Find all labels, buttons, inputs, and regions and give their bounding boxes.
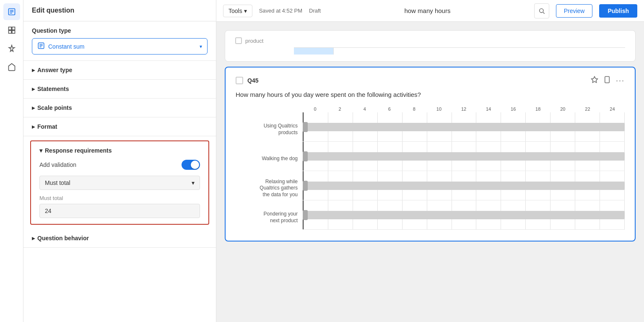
axis-label-22: 22 [575, 106, 600, 112]
question-type-value: Constant sum [48, 43, 196, 50]
statements-section: ▸ Statements [23, 80, 216, 99]
tools-button[interactable]: Tools ▾ [223, 5, 252, 17]
canvas: product Q45 [216, 22, 644, 322]
bar-handle-0[interactable] [303, 122, 308, 132]
axis-label-0: 0 [303, 106, 327, 112]
format-label: Format [37, 123, 57, 130]
star-icon[interactable] [591, 76, 598, 85]
chart-row-0 [303, 112, 625, 142]
format-section: ▸ Format [23, 117, 216, 136]
validation-label: Add validation [39, 161, 76, 168]
chart-row-labels: Using Qualtricsproducts Walking the dog … [236, 106, 303, 232]
publish-button[interactable]: Publish [599, 4, 637, 18]
previous-card-stub: product [225, 30, 636, 62]
answer-type-section: ▸ Answer type [23, 61, 216, 80]
svg-marker-14 [591, 77, 597, 83]
card-header: Q45 ··· [236, 76, 625, 85]
axis-label-14: 14 [476, 106, 501, 112]
validation-toggle[interactable] [182, 160, 200, 170]
survey-icon-btn[interactable] [3, 3, 20, 20]
response-req-label: Response requirements [45, 147, 112, 154]
scale-points-toggle[interactable]: ▸ Scale points [32, 104, 208, 111]
scale-points-section: ▸ Scale points [23, 99, 216, 117]
response-req-wrapper: ▾ Response requirements Add validation M… [23, 136, 216, 229]
statements-toggle[interactable]: ▸ Statements [32, 86, 208, 92]
axis-label-6: 6 [377, 106, 402, 112]
question-text: How many hours of you day were spent on … [236, 91, 625, 98]
svg-point-12 [539, 8, 543, 12]
axis-labels-row: 0 2 4 6 8 10 12 14 16 18 20 22 24 [303, 106, 625, 112]
bar-track-2[interactable] [303, 182, 625, 190]
format-toggle[interactable]: ▸ Format [32, 123, 208, 130]
bar-handle-1[interactable] [303, 151, 308, 161]
top-bar: Tools ▾ Saved at 4:52 PM Draft how many … [216, 0, 644, 22]
paint-icon-btn[interactable] [3, 40, 20, 57]
main-area: Tools ▾ Saved at 4:52 PM Draft how many … [216, 0, 644, 322]
dashboard-icon-btn[interactable] [3, 59, 20, 75]
panel-title: Edit question [23, 0, 216, 21]
mobile-preview-icon[interactable] [603, 76, 611, 85]
chart-container: Using Qualtricsproducts Walking the dog … [236, 106, 625, 232]
question-behavior-toggle[interactable]: ▸ Question behavior [32, 235, 208, 242]
svg-rect-7 [12, 31, 15, 34]
answer-type-arrow: ▸ [32, 67, 35, 73]
statements-arrow: ▸ [32, 86, 35, 92]
response-requirements-section: ▾ Response requirements Add validation M… [30, 140, 209, 225]
svg-rect-5 [12, 27, 15, 30]
axis-label-8: 8 [402, 106, 426, 112]
svg-rect-4 [8, 27, 11, 30]
search-button[interactable] [534, 3, 549, 18]
question-type-icon [37, 42, 45, 51]
must-total-dropdown-label: Must total [45, 179, 70, 186]
answer-type-toggle[interactable]: ▸ Answer type [32, 67, 208, 73]
svg-line-13 [543, 12, 544, 13]
chart-row-3 [303, 200, 625, 230]
tools-label: Tools [229, 8, 242, 14]
chart-label-2: Relaxing whileQualtrics gathersthe data … [236, 174, 298, 203]
question-type-label: Question type [32, 27, 208, 34]
axis-label-16: 16 [501, 106, 526, 112]
question-id: Q45 [247, 77, 591, 84]
must-total-dropdown[interactable]: Must total ▾ [39, 176, 200, 190]
question-behavior-section: ▸ Question behavior [23, 229, 216, 248]
validation-row: Add validation [39, 160, 200, 170]
bar-handle-3[interactable] [303, 210, 308, 220]
card-select-checkbox[interactable] [236, 77, 243, 84]
more-options-icon[interactable]: ··· [616, 76, 625, 85]
chart-row-2 [303, 171, 625, 200]
question-behavior-label: Question behavior [37, 235, 89, 242]
preview-label: Preview [564, 8, 585, 14]
saved-status: Saved at 4:52 PM [259, 8, 302, 14]
axis-label-12: 12 [451, 106, 476, 112]
question-type-section: Question type Constant sum ▾ [23, 21, 216, 61]
must-total-input[interactable] [39, 204, 200, 218]
chart-label-0: Using Qualtricsproducts [236, 115, 298, 144]
response-req-toggle[interactable]: ▾ Response requirements [39, 147, 200, 154]
publish-label: Publish [608, 8, 629, 14]
layout-icon-btn[interactable] [3, 22, 20, 39]
preview-button[interactable]: Preview [556, 4, 593, 18]
format-arrow: ▸ [32, 123, 35, 130]
question-type-dropdown[interactable]: Constant sum ▾ [32, 38, 208, 55]
card-actions: ··· [591, 76, 625, 85]
left-panel: Edit question Question type Constant sum… [23, 0, 216, 322]
scale-points-arrow: ▸ [32, 104, 35, 111]
bar-track-1[interactable] [303, 152, 625, 161]
bar-track-3[interactable] [303, 211, 625, 219]
grid-rows [303, 112, 625, 230]
bar-handle-2[interactable] [303, 181, 308, 191]
chart-grid-area: 0 2 4 6 8 10 12 14 16 18 20 22 24 [303, 106, 625, 232]
answer-type-label: Answer type [37, 67, 72, 73]
bar-track-0[interactable] [303, 123, 625, 131]
survey-title: how many hours [396, 7, 458, 14]
question-behavior-arrow: ▸ [32, 235, 35, 242]
svg-rect-6 [8, 31, 11, 34]
chart-label-1: Walking the dog [236, 144, 298, 174]
chart-row-1 [303, 142, 625, 171]
axis-label-18: 18 [526, 106, 551, 112]
chart-label-3: Pondering yournext product [236, 203, 298, 232]
must-total-field-label: Must total [39, 195, 200, 201]
axis-label-10: 10 [426, 106, 451, 112]
statements-label: Statements [37, 86, 69, 92]
draft-badge: Draft [309, 8, 321, 14]
